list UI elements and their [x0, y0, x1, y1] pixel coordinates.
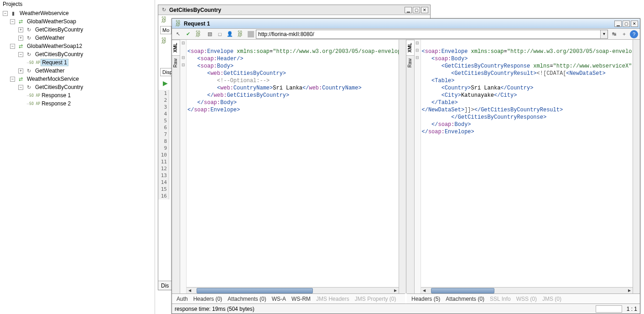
response-editor[interactable]: <soap:Envelope xmlns:soap="http://www.w3…: [421, 40, 633, 293]
expand-icon[interactable]: +: [18, 36, 23, 41]
vertical-scrollbar[interactable]: [633, 40, 640, 293]
wsa-tab[interactable]: WS-A: [272, 296, 286, 302]
tree-label: WeatherMockService: [26, 76, 80, 82]
operation-icon: ↻: [25, 26, 32, 33]
request-window: SO AP Request 1 ▁ ▢ ✕ ↖ ✔ SO AP ▧ □ 👤 SO…: [171, 18, 640, 314]
jms-tab[interactable]: JMS (0): [542, 296, 561, 302]
tree-soap2-op1[interactable]: − ↻ GetCitiesByCountry: [0, 50, 155, 58]
tree-label: Response 2: [41, 100, 72, 107]
scroll-right-icon[interactable]: ▶: [626, 288, 633, 293]
fold-gutter: ⊟⊟⊟: [415, 40, 421, 293]
scroll-left-icon[interactable]: ◀: [187, 288, 193, 293]
interface-icon: ⇄: [17, 42, 24, 50]
tree-mock[interactable]: − ⇄ WeatherMockService: [0, 75, 155, 83]
title-bar[interactable]: SO AP Request 1 ▁ ▢ ✕: [172, 19, 640, 29]
collapse-icon[interactable]: −: [10, 19, 15, 24]
soap-icon: SO AP: [31, 92, 39, 99]
horizontal-scrollbar[interactable]: ◀ ▶: [421, 287, 633, 293]
scroll-thumb[interactable]: [431, 288, 494, 293]
close-button[interactable]: ✕: [631, 21, 638, 27]
tree-root[interactable]: − ▮ WeatherWebservice: [0, 9, 155, 17]
request-editor[interactable]: <soap:Envelope xmlns:soap="http://www.w3…: [187, 40, 399, 293]
attachments-tab[interactable]: Attachments (0): [446, 296, 484, 302]
add-to-testcase-button[interactable]: ▧: [206, 30, 214, 38]
projects-title: Projects: [0, 0, 155, 8]
run-button[interactable]: ▶: [161, 79, 170, 87]
wss-tab[interactable]: WSS (0): [516, 296, 537, 302]
interface-icon: ⇄: [17, 75, 24, 83]
jms-headers-tab[interactable]: JMS Headers: [316, 296, 349, 302]
horizontal-scrollbar[interactable]: ◀ ▶: [187, 287, 399, 293]
operation-icon: ↻: [25, 84, 32, 91]
headers-tab[interactable]: Headers (5): [411, 296, 440, 302]
tree-soap1-op2[interactable]: + ↻ GetWeather: [0, 34, 155, 42]
status-field[interactable]: [596, 305, 622, 313]
jms-property-tab[interactable]: JMS Property (0): [355, 296, 396, 302]
tree-label: GetCitiesByCountry: [34, 26, 84, 33]
tree-soap2-op2[interactable]: + ↻ GetWeather: [0, 67, 155, 75]
collapse-icon[interactable]: −: [3, 11, 8, 16]
xml-tab[interactable]: XML: [172, 40, 180, 55]
user-button[interactable]: 👤: [226, 30, 234, 38]
request-pane: XML Raw ⊟⊟⊟ <soap:Envelope xmlns:soap="h…: [172, 40, 406, 293]
ssl-tab[interactable]: SSL Info: [490, 296, 511, 302]
tree-label: GetWeather: [34, 35, 65, 41]
maximize-button[interactable]: ▢: [623, 21, 630, 27]
tree-label: Response 1: [41, 92, 72, 99]
stop-button[interactable]: □: [216, 30, 224, 38]
status-bar: response time: 19ms (504 bytes) 1 : 1: [172, 304, 640, 314]
raw-tab[interactable]: Raw: [406, 55, 414, 70]
wsrm-tab[interactable]: WS-RM: [291, 296, 311, 302]
tree-soap1[interactable]: − ⇄ GlobalWeatherSoap: [0, 17, 155, 26]
close-button[interactable]: ✕: [421, 7, 428, 13]
projects-tree: − ▮ WeatherWebservice − ⇄ GlobalWeatherS…: [0, 8, 155, 108]
line-gutter: 1 2 3 4 5 6 7 8 9 10 11 12 13 14 15 16: [158, 90, 169, 199]
expand-icon[interactable]: +: [18, 68, 23, 73]
collapse-icon[interactable]: −: [18, 52, 23, 57]
headers-tab[interactable]: Headers (0): [193, 296, 222, 302]
tree-mock-op1[interactable]: − ↻ GetCitiesByCountry: [0, 83, 155, 91]
maximize-button[interactable]: ▢: [413, 7, 420, 13]
minimize-button[interactable]: ▁: [614, 21, 622, 27]
add-button[interactable]: ＋: [620, 30, 628, 38]
vertical-scrollbar[interactable]: [399, 40, 406, 293]
endpoint-combo[interactable]: ▼: [256, 30, 608, 39]
tree-request1[interactable]: ···· SO AP Request 1: [0, 58, 155, 67]
collapse-icon[interactable]: −: [10, 77, 15, 82]
cursor-icon[interactable]: ↖: [174, 30, 182, 38]
soap-tab-2[interactable]: SO AP: [158, 37, 169, 45]
auth-tab[interactable]: Auth: [177, 296, 188, 302]
operation-icon: ↻: [25, 34, 32, 42]
status-text: response time: 19ms (504 bytes): [175, 306, 254, 312]
tree-soap2[interactable]: − ⇄ GlobalWeatherSoap12: [0, 42, 155, 50]
collapse-icon[interactable]: −: [10, 44, 15, 49]
tree-response2[interactable]: ···· SO AP Response 2: [0, 99, 155, 108]
scroll-thumb[interactable]: [197, 288, 313, 293]
tree-response1[interactable]: ···· SO AP Response 1: [0, 91, 155, 99]
collapse-icon[interactable]: −: [18, 85, 23, 90]
expand-icon[interactable]: +: [18, 27, 23, 32]
split-toggle-button[interactable]: ↹: [610, 30, 618, 38]
dropdown-icon[interactable]: ▼: [600, 30, 608, 38]
grey-square-icon[interactable]: [248, 31, 254, 37]
tree-label: GetCitiesByCountry: [34, 51, 84, 58]
raw-tab[interactable]: Raw: [172, 55, 180, 70]
folder-icon: ▮: [10, 10, 17, 17]
endpoint-input[interactable]: [256, 30, 600, 38]
submit-button[interactable]: ✔: [184, 30, 192, 38]
title-bar[interactable]: ↻ GetCitiesByCountry ▁ ▢ ✕: [158, 5, 430, 15]
soap-icon: SO AP: [194, 31, 202, 38]
scroll-left-icon[interactable]: ◀: [421, 288, 427, 293]
mode-dropdown[interactable]: Mo: [160, 26, 171, 34]
tree-soap1-op1[interactable]: + ↻ GetCitiesByCountry: [0, 26, 155, 34]
scroll-right-icon[interactable]: ▶: [392, 288, 399, 293]
soap-icon: SO AP: [160, 16, 167, 24]
soap-icon: SO AP: [160, 37, 167, 45]
dispatch-tab[interactable]: Dis: [158, 281, 171, 290]
minimize-button[interactable]: ▁: [405, 7, 412, 13]
help-button[interactable]: ?: [630, 30, 638, 38]
xml-tab[interactable]: XML: [406, 40, 414, 55]
window-title: Request 1: [184, 21, 614, 27]
attachments-tab[interactable]: Attachments (0): [228, 296, 266, 302]
soap-tab[interactable]: SO AP: [158, 16, 169, 24]
